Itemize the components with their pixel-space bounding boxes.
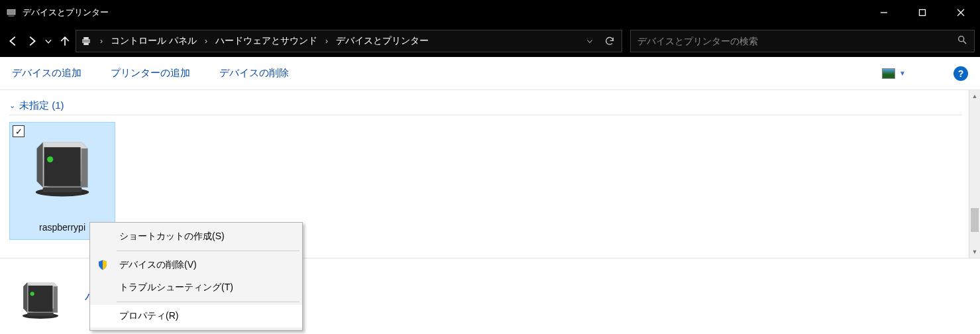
chevron-right-icon[interactable]: ›	[321, 36, 332, 46]
thumbnail-view-icon	[882, 68, 895, 79]
app-icon	[5, 7, 17, 19]
printer-icon	[80, 35, 92, 47]
vertical-scrollbar[interactable]: ▲ ▼	[969, 90, 980, 258]
recent-dropdown[interactable]	[42, 28, 54, 54]
caret-down-icon: ▼	[899, 70, 906, 77]
up-button[interactable]	[57, 28, 73, 54]
svg-marker-16	[37, 142, 43, 188]
svg-rect-26	[28, 286, 53, 311]
chevron-right-icon[interactable]: ›	[96, 36, 107, 46]
search-icon[interactable]	[957, 34, 967, 48]
svg-marker-24	[23, 282, 27, 313]
address-bar[interactable]: › コントロール パネル › ハードウェアとサウンド › デバイスとプリンター	[76, 30, 622, 52]
svg-rect-3	[920, 10, 926, 16]
svg-rect-7	[82, 39, 90, 43]
svg-point-19	[47, 156, 53, 162]
svg-rect-1	[9, 16, 15, 17]
back-button[interactable]	[5, 28, 21, 54]
crumb-hardware[interactable]: ハードウェアとサウンド	[215, 35, 317, 47]
group-header-unspecified[interactable]: ⌄ 未指定 (1)	[9, 99, 962, 115]
svg-rect-18	[44, 147, 81, 186]
menu-properties[interactable]: プロパティ(R)	[90, 305, 302, 327]
close-button[interactable]	[942, 0, 980, 25]
svg-rect-9	[83, 42, 89, 45]
crumb-devices[interactable]: デバイスとプリンター	[336, 35, 429, 47]
svg-rect-21	[27, 313, 53, 316]
nav-row: › コントロール パネル › ハードウェアとサウンド › デバイスとプリンター	[0, 25, 980, 57]
menu-troubleshoot[interactable]: トラブルシューティング(T)	[90, 276, 302, 299]
search-box[interactable]	[630, 30, 975, 52]
shield-icon	[97, 259, 109, 271]
menu-separator	[117, 250, 299, 251]
svg-point-10	[959, 36, 964, 42]
add-device-button[interactable]: デバイスの追加	[12, 67, 82, 80]
add-printer-button[interactable]: プリンターの追加	[111, 67, 190, 80]
context-menu: ショートカットの作成(S) デバイスの削除(V) トラブルシューティング(T) …	[89, 222, 303, 331]
remove-device-button[interactable]: デバイスの削除	[219, 67, 289, 80]
chevron-right-icon[interactable]: ›	[201, 36, 211, 46]
scroll-track[interactable]	[969, 102, 980, 246]
help-button[interactable]: ?	[953, 66, 968, 81]
scroll-up-button[interactable]: ▲	[969, 90, 980, 102]
scroll-thumb[interactable]	[971, 208, 979, 232]
chevron-down-icon: ⌄	[9, 101, 15, 110]
command-bar: デバイスの追加 プリンターの追加 デバイスの削除 ▼ ?	[0, 57, 980, 90]
svg-line-11	[963, 41, 966, 44]
minimize-button[interactable]	[865, 0, 903, 25]
group-label: 未指定 (1)	[19, 99, 64, 112]
device-icon	[26, 127, 99, 199]
svg-rect-13	[43, 188, 82, 192]
window-title: デバイスとプリンター	[23, 7, 109, 19]
forward-button[interactable]	[24, 28, 40, 54]
menu-create-shortcut[interactable]: ショートカットの作成(S)	[90, 225, 302, 248]
device-name: raspberrypi	[39, 222, 85, 233]
address-dropdown[interactable]	[582, 33, 598, 49]
refresh-button[interactable]	[602, 33, 618, 49]
menu-remove-device[interactable]: デバイスの削除(V)	[90, 254, 302, 276]
svg-rect-8	[83, 37, 89, 40]
selected-check-icon[interactable]: ✓	[13, 125, 25, 137]
svg-rect-0	[7, 10, 15, 15]
view-selector[interactable]: ▼	[882, 68, 906, 79]
title-bar: デバイスとプリンター	[0, 0, 980, 25]
search-input[interactable]	[637, 36, 957, 46]
scroll-down-button[interactable]: ▼	[969, 246, 980, 258]
svg-point-27	[30, 292, 34, 296]
crumb-control-panel[interactable]: コントロール パネル	[111, 35, 197, 47]
maximize-button[interactable]	[903, 0, 942, 25]
menu-separator	[117, 302, 299, 302]
details-device-icon	[11, 272, 70, 321]
